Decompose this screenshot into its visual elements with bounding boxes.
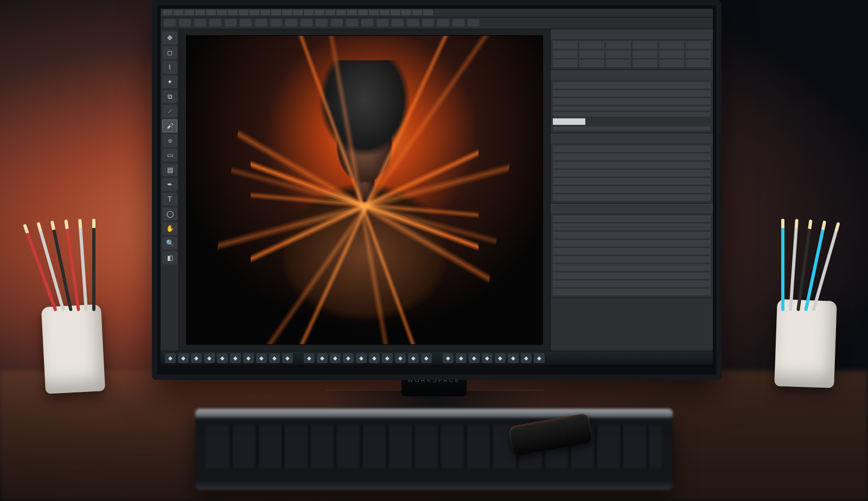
- taskbar-app-icon[interactable]: ◆: [421, 353, 432, 363]
- menubar-item[interactable]: [336, 10, 346, 15]
- swatch[interactable]: [686, 50, 711, 58]
- taskbar[interactable]: ◆◆◆◆◆◆◆◆◆◆◆◆◆◆◆◆◆◆◆◆◆◆◆◆◆◆◆◆: [161, 351, 713, 365]
- optionsbar-item[interactable]: [422, 19, 434, 27]
- menubar-item[interactable]: [260, 10, 270, 15]
- panel-row[interactable]: [553, 112, 711, 117]
- optionsbar-item[interactable]: [346, 19, 358, 27]
- taskbar-app-icon[interactable]: ◆: [508, 353, 519, 363]
- taskbar-app-icon[interactable]: ◆: [369, 353, 380, 363]
- taskbar-app-icon[interactable]: ◆: [443, 353, 454, 363]
- menubar-item[interactable]: [184, 10, 194, 15]
- marquee-tool[interactable]: ◻: [162, 46, 177, 59]
- menubar-item[interactable]: [239, 10, 248, 15]
- optionsbar-item[interactable]: [270, 19, 282, 27]
- taskbar-app-icon[interactable]: ◆: [395, 353, 406, 363]
- taskbar-app-icon[interactable]: ◆: [282, 353, 293, 363]
- optionsbar-item[interactable]: [225, 19, 237, 27]
- taskbar-app-icon[interactable]: ◆: [482, 353, 493, 363]
- zoom-tool[interactable]: 🔍: [162, 237, 177, 250]
- swatch[interactable]: [633, 60, 658, 67]
- swatch[interactable]: [659, 41, 684, 49]
- menubar-item[interactable]: [250, 10, 259, 15]
- panel-row[interactable]: [553, 106, 711, 111]
- menubar-item[interactable]: [282, 10, 292, 15]
- optionsbar-item[interactable]: [437, 19, 449, 27]
- gradient-tool[interactable]: ▤: [162, 163, 177, 176]
- panel-row[interactable]: [553, 82, 711, 88]
- menubar-item[interactable]: [315, 10, 324, 15]
- optionsbar-item[interactable]: [452, 19, 464, 27]
- panel-row[interactable]: [553, 240, 711, 246]
- text-tool[interactable]: T: [162, 193, 177, 206]
- swatch[interactable]: [606, 50, 631, 58]
- swatch[interactable]: [579, 41, 604, 49]
- panel-header[interactable]: [551, 204, 713, 213]
- taskbar-app-icon[interactable]: ◆: [304, 353, 315, 363]
- optionsbar-item[interactable]: [179, 19, 191, 27]
- taskbar-app-icon[interactable]: ◆: [456, 353, 467, 363]
- swatch[interactable]: [553, 41, 578, 49]
- panel-row[interactable]: [553, 170, 711, 176]
- swatch[interactable]: [579, 60, 604, 67]
- swatch[interactable]: [553, 60, 578, 67]
- panel-row[interactable]: [553, 256, 711, 263]
- taskbar-app-icon[interactable]: ◆: [269, 353, 280, 363]
- optionsbar-item[interactable]: [376, 19, 388, 27]
- menubar-item[interactable]: [293, 10, 303, 15]
- shape-tool[interactable]: ◯: [162, 207, 177, 220]
- optionsbar-item[interactable]: [255, 19, 267, 27]
- panel-row[interactable]: [553, 90, 711, 97]
- taskbar-app-icon[interactable]: ◆: [521, 353, 532, 363]
- menubar-item[interactable]: [271, 10, 281, 15]
- menubar-item[interactable]: [391, 10, 400, 15]
- taskbar-app-icon[interactable]: ◆: [204, 353, 215, 363]
- optionsbar-item[interactable]: [361, 19, 373, 27]
- taskbar-app-icon[interactable]: ◆: [495, 353, 506, 363]
- menubar-item[interactable]: [358, 10, 368, 15]
- taskbar-app-icon[interactable]: ◆: [178, 353, 189, 363]
- app-menubar[interactable]: [161, 9, 713, 17]
- swatch[interactable]: [579, 50, 604, 58]
- panel-row[interactable]: [553, 272, 711, 279]
- panel-header[interactable]: [551, 134, 713, 143]
- menubar-item[interactable]: [401, 10, 411, 15]
- optionsbar-item[interactable]: [240, 19, 252, 27]
- panel-row[interactable]: [553, 281, 711, 287]
- menubar-item[interactable]: [195, 10, 205, 15]
- panel-row[interactable]: [553, 224, 711, 230]
- taskbar-app-icon[interactable]: ◆: [165, 353, 176, 363]
- stamp-tool[interactable]: ⌾: [162, 134, 177, 147]
- move-tool[interactable]: ✥: [162, 31, 177, 45]
- menubar-item[interactable]: [380, 10, 390, 15]
- panel-row[interactable]: [553, 178, 711, 185]
- menubar-item[interactable]: [412, 10, 422, 15]
- swatch[interactable]: [686, 41, 711, 49]
- taskbar-app-icon[interactable]: ◆: [534, 353, 545, 363]
- wand-tool[interactable]: ✦: [162, 75, 177, 88]
- menubar-item[interactable]: [423, 10, 433, 15]
- panel-row[interactable]: [553, 215, 711, 222]
- panel-row[interactable]: [553, 98, 711, 105]
- swatch[interactable]: [686, 60, 711, 67]
- panel-row[interactable]: [553, 194, 711, 201]
- menubar-item[interactable]: [206, 10, 216, 15]
- panel-row[interactable]: [553, 264, 711, 271]
- taskbar-app-icon[interactable]: ◆: [469, 353, 480, 363]
- panel-row[interactable]: [553, 186, 711, 193]
- fg-bg-swatch[interactable]: ◧: [162, 251, 177, 264]
- menubar-item[interactable]: [347, 10, 357, 15]
- crop-tool[interactable]: ⧉: [162, 90, 177, 103]
- swatch[interactable]: [553, 50, 578, 58]
- menubar-item[interactable]: [304, 10, 314, 15]
- optionsbar-item[interactable]: [468, 19, 480, 27]
- hand-tool[interactable]: ✋: [162, 222, 177, 235]
- panel-input[interactable]: [553, 118, 585, 125]
- optionsbar-item[interactable]: [331, 19, 343, 27]
- menubar-item[interactable]: [228, 10, 238, 15]
- optionsbar-item[interactable]: [316, 19, 328, 27]
- panel-header[interactable]: [551, 70, 713, 80]
- document-canvas[interactable]: [187, 36, 543, 344]
- swatch-grid[interactable]: [553, 41, 711, 67]
- panel-row[interactable]: [553, 145, 711, 152]
- swatch[interactable]: [606, 41, 631, 49]
